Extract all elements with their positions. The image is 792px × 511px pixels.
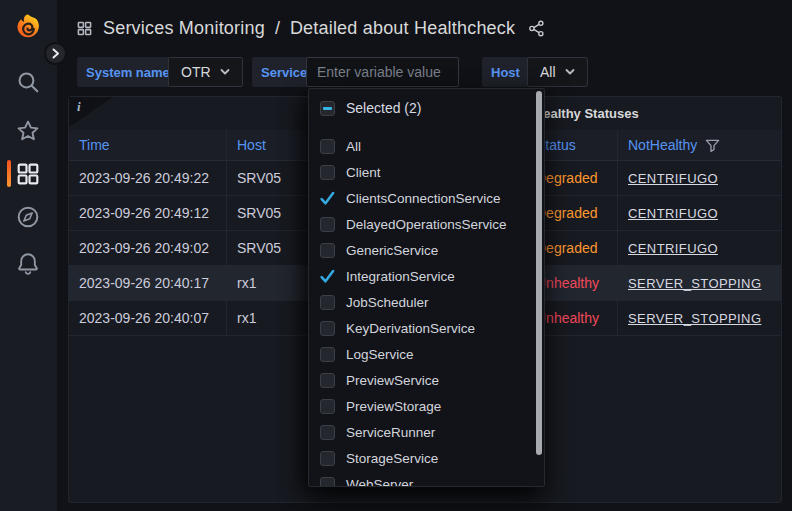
dropdown-option-previewservice[interactable]: PreviewService xyxy=(309,367,544,393)
time-cell: 2023-09-26 20:49:12 xyxy=(69,196,227,231)
checkbox-icon[interactable] xyxy=(320,139,335,154)
sidebar-item-explore[interactable] xyxy=(15,204,41,230)
star-icon xyxy=(15,118,41,144)
dropdown-option-label: GenericService xyxy=(346,243,438,258)
dashboard-grid-icon xyxy=(76,20,93,37)
breadcrumb-folder[interactable]: Services Monitoring xyxy=(103,18,265,39)
chevron-down-icon xyxy=(220,68,230,76)
grafana-logo-icon[interactable] xyxy=(13,13,44,44)
breadcrumb-dashboard[interactable]: Detailed about Healthcheck xyxy=(290,18,515,39)
dropdown-option-delayedoperationsservice[interactable]: DelayedOperationsService xyxy=(309,211,544,237)
dropdown-option-label: JobScheduler xyxy=(346,295,429,310)
dropdown-options-list: All Client ClientsConnectionService Dela… xyxy=(309,133,544,487)
checkbox-icon[interactable] xyxy=(320,165,335,180)
dropdown-option-label: DelayedOperationsService xyxy=(346,217,507,232)
checkbox-indeterminate-icon[interactable] xyxy=(320,101,335,116)
service-dropdown: Selected (2) All Client ClientsConnectio… xyxy=(308,88,545,487)
time-cell: 2023-09-26 20:40:17 xyxy=(69,266,227,301)
column-header-nothealthy-label: NotHealthy xyxy=(628,137,697,153)
checkbox-checked-icon[interactable] xyxy=(320,269,335,284)
dropdown-option-storageservice[interactable]: StorageService xyxy=(309,445,544,471)
compass-icon xyxy=(15,204,41,230)
info-icon[interactable]: i xyxy=(77,99,81,115)
checkbox-icon[interactable] xyxy=(320,217,335,232)
dropdown-option-genericservice[interactable]: GenericService xyxy=(309,237,544,263)
checkbox-icon[interactable] xyxy=(320,399,335,414)
sidebar-item-search[interactable] xyxy=(15,69,41,95)
time-cell: 2023-09-26 20:49:22 xyxy=(69,161,227,196)
chevron-right-icon xyxy=(52,48,60,59)
dropdown-option-jobscheduler[interactable]: JobScheduler xyxy=(309,289,544,315)
checkbox-icon[interactable] xyxy=(320,451,335,466)
dashboards-icon xyxy=(15,161,41,187)
dashboard-header: Services Monitoring / Detailed about Hea… xyxy=(76,13,546,43)
dropdown-option-label: ClientsConnectionService xyxy=(346,191,501,206)
dropdown-option-label: All xyxy=(346,139,361,154)
dropdown-selected-summary-label: Selected (2) xyxy=(346,100,421,116)
dropdown-option-label: IntegrationService xyxy=(346,269,455,284)
dropdown-option-keyderivationservice[interactable]: KeyDerivationService xyxy=(309,315,544,341)
dropdown-option-clientsconnectionservice[interactable]: ClientsConnectionService xyxy=(309,185,544,211)
nothealthy-link[interactable]: SERVER_STOPPING xyxy=(628,276,761,291)
sidebar-item-dashboards[interactable] xyxy=(15,161,41,187)
filter-icon[interactable] xyxy=(705,138,720,153)
search-icon xyxy=(15,69,41,95)
checkbox-icon[interactable] xyxy=(320,477,335,488)
dropdown-option-label: LogService xyxy=(346,347,414,362)
dropdown-option-servicerunner[interactable]: ServiceRunner xyxy=(309,419,544,445)
dropdown-option-webserver[interactable]: WebServer xyxy=(309,471,544,487)
dropdown-option-label: PreviewService xyxy=(346,373,439,388)
checkbox-icon[interactable] xyxy=(320,373,335,388)
dropdown-option-label: PreviewStorage xyxy=(346,399,441,414)
nothealthy-link[interactable]: CENTRIFUGO xyxy=(628,171,718,186)
time-cell: 2023-09-26 20:49:02 xyxy=(69,231,227,266)
dropdown-option-logservice[interactable]: LogService xyxy=(309,341,544,367)
service-variable-input[interactable] xyxy=(306,57,459,87)
variable-value-system-name[interactable]: OTR xyxy=(168,57,243,87)
bell-icon xyxy=(15,251,41,277)
dropdown-option-previewstorage[interactable]: PreviewStorage xyxy=(309,393,544,419)
checkbox-icon[interactable] xyxy=(320,347,335,362)
sidebar-active-indicator xyxy=(7,160,11,187)
dropdown-option-all[interactable]: All xyxy=(309,133,544,159)
variable-value-host[interactable]: All xyxy=(527,57,588,87)
column-header-nothealthy[interactable]: NotHealthy xyxy=(618,130,781,161)
sidebar xyxy=(0,0,57,511)
checkbox-icon[interactable] xyxy=(320,321,335,336)
sidebar-item-starred[interactable] xyxy=(15,118,41,144)
chevron-down-icon xyxy=(565,68,575,76)
dropdown-option-label: ServiceRunner xyxy=(346,425,435,440)
dropdown-option-label: KeyDerivationService xyxy=(346,321,475,336)
breadcrumb-separator: / xyxy=(275,18,280,39)
nothealthy-link[interactable]: CENTRIFUGO xyxy=(628,241,718,256)
panel-info-corner[interactable] xyxy=(69,97,113,127)
checkbox-icon[interactable] xyxy=(320,295,335,310)
dropdown-option-label: WebServer xyxy=(346,477,413,488)
dropdown-option-label: StorageService xyxy=(346,451,438,466)
dropdown-option-label: Client xyxy=(346,165,381,180)
variable-label-system-name: System name xyxy=(77,57,179,87)
dropdown-option-integrationservice[interactable]: IntegrationService xyxy=(309,263,544,289)
nothealthy-link[interactable]: SERVER_STOPPING xyxy=(628,311,761,326)
time-cell: 2023-09-26 20:40:07 xyxy=(69,301,227,336)
checkbox-icon[interactable] xyxy=(320,425,335,440)
dropdown-option-client[interactable]: Client xyxy=(309,159,544,185)
dropdown-selected-summary[interactable]: Selected (2) xyxy=(309,94,544,122)
share-icon[interactable] xyxy=(527,19,546,38)
checkbox-checked-icon[interactable] xyxy=(320,191,335,206)
variable-value-system-name-text: OTR xyxy=(181,64,211,80)
variable-value-host-text: All xyxy=(540,64,556,80)
variable-label-host: Host xyxy=(482,57,529,87)
nothealthy-link[interactable]: CENTRIFUGO xyxy=(628,206,718,221)
checkbox-icon[interactable] xyxy=(320,243,335,258)
column-header-time[interactable]: Time xyxy=(69,130,227,161)
sidebar-expand-button[interactable] xyxy=(44,42,67,65)
sidebar-item-alerting[interactable] xyxy=(15,251,41,277)
dropdown-scrollbar[interactable] xyxy=(536,91,542,455)
